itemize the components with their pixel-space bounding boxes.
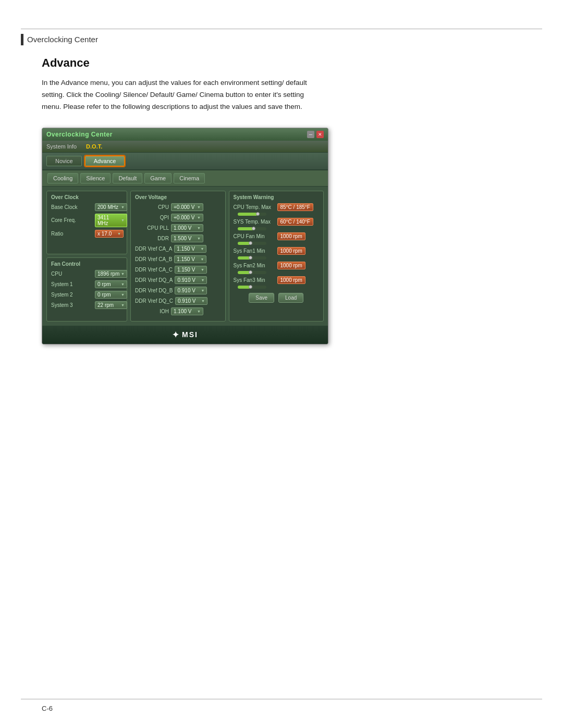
warning-slider-2[interactable] <box>238 242 266 245</box>
accent-bar <box>21 34 23 45</box>
mode-novice[interactable]: Novice <box>46 156 82 166</box>
voltage-label-2: CPU PLL <box>135 225 169 231</box>
warning-slider-1[interactable] <box>238 227 266 230</box>
warning-value-5[interactable]: 1000 rpm <box>277 276 305 284</box>
app-title: Overclocking Center <box>46 131 113 138</box>
env-silence[interactable]: Silence <box>80 173 111 183</box>
save-button[interactable]: Save <box>249 293 274 303</box>
warning-row-2: CPU Fan Min 1000 rpm <box>234 232 320 245</box>
ratio-value[interactable]: x 17.0 <box>95 230 124 238</box>
fan-sys2-row: System 2 0 rpm <box>51 291 123 299</box>
mode-advance[interactable]: Advance <box>85 156 125 166</box>
warning-value-2[interactable]: 1000 rpm <box>277 232 305 240</box>
voltage-label-10: IOH <box>135 309 169 314</box>
voltage-value-2[interactable]: 1.000 V <box>171 224 203 232</box>
env-default[interactable]: Default <box>113 173 142 183</box>
voltage-row-0: CPU +0.000 V <box>135 203 221 211</box>
env-row: Cooling Silence Default Game Cinema <box>42 170 328 187</box>
voltage-value-10[interactable]: 1.100 V <box>171 307 203 315</box>
warning-slider-3[interactable] <box>238 256 266 260</box>
overclock-panel: Over Clock Base Clock 200 MHz Core Freq.… <box>46 191 127 255</box>
warning-value-3[interactable]: 1000 rpm <box>277 247 305 255</box>
close-button[interactable]: ✕ <box>316 131 324 138</box>
voltage-value-8[interactable]: 0.910 V <box>175 287 207 294</box>
voltage-row-1: QPI +0.000 V <box>135 214 221 221</box>
app-window: Overclocking Center ─ ✕ System Info D.O.… <box>42 128 328 344</box>
warning-slider-0[interactable] <box>238 213 266 216</box>
fan-sys1-value[interactable]: 0 rpm <box>95 280 127 288</box>
fan-sys2-label: System 2 <box>51 292 93 298</box>
voltage-row-10: IOH 1.100 V <box>135 307 221 315</box>
warning-value-1[interactable]: 60°C / 140°F <box>277 218 313 226</box>
voltage-label-4: DDR Vref CA_A <box>135 246 172 252</box>
fan-sys2-value[interactable]: 0 rpm <box>95 291 127 299</box>
voltage-label-7: DDR Vref DQ_A <box>135 277 173 283</box>
warning-row-1: SYS Temp. Max 60°C / 140°F <box>234 218 320 230</box>
warning-slider-4[interactable] <box>238 271 266 274</box>
minimize-button[interactable]: ─ <box>307 131 314 138</box>
voltage-value-4[interactable]: 1.150 V <box>174 245 206 253</box>
description: In the Advance menu, you can adjust the … <box>42 77 469 113</box>
core-freq-value[interactable]: 3411 MHz <box>95 214 127 227</box>
system-warning-title: System Warning <box>234 194 320 200</box>
fan-cpu-label: CPU <box>51 271 93 277</box>
msi-logo: ✦ MSI <box>46 330 324 340</box>
over-voltage-panel: Over Voltage CPU +0.000 V QPI +0.000 V C… <box>130 191 226 322</box>
nav-dot[interactable]: D.O.T. <box>86 143 102 150</box>
warning-value-0[interactable]: 85°C / 185°F <box>277 203 313 211</box>
main-content: Advance In the Advance menu, you can adj… <box>42 56 521 344</box>
msi-text: MSI <box>182 330 198 339</box>
voltage-row-2: CPU PLL 1.000 V <box>135 224 221 232</box>
voltage-label-1: QPI <box>135 215 169 220</box>
env-game[interactable]: Game <box>144 173 172 183</box>
voltage-value-0[interactable]: +0.000 V <box>171 203 203 211</box>
voltage-row-6: DDR Vref CA_C 1.150 V <box>135 266 221 274</box>
fan-sys3-value[interactable]: 22 rpm <box>95 301 127 309</box>
warning-row-0: CPU Temp. Max 85°C / 185°F <box>234 203 320 216</box>
page-border-top <box>21 29 542 29</box>
voltage-label-3: DDR <box>135 236 169 241</box>
warning-row-4: Sys Fan2 Min 1000 rpm <box>234 262 320 274</box>
desc-line2: setting. Click the Cooling/ Silence/ Def… <box>42 91 304 98</box>
overclock-title: Over Clock <box>51 194 123 200</box>
warning-label-4: Sys Fan2 Min <box>234 263 275 268</box>
voltage-value-9[interactable]: 0.910 V <box>175 297 207 305</box>
env-cooling[interactable]: Cooling <box>47 173 78 183</box>
warning-row-3: Sys Fan1 Min 1000 rpm <box>234 247 320 260</box>
warning-label-5: Sys Fan3 Min <box>234 277 275 283</box>
voltage-label-8: DDR Vref DQ_B <box>135 288 173 293</box>
voltage-label-5: DDR Vref CA_B <box>135 256 172 262</box>
page-footer: C-6 <box>42 705 53 712</box>
voltage-value-7[interactable]: 0.910 V <box>175 276 207 284</box>
load-button[interactable]: Load <box>278 293 303 303</box>
voltage-rows: CPU +0.000 V QPI +0.000 V CPU PLL 1.000 … <box>135 203 221 315</box>
warning-label-0: CPU Temp. Max <box>234 204 275 210</box>
warning-label-1: SYS Temp. Max <box>234 219 275 225</box>
base-clock-row: Base Clock 200 MHz <box>51 203 123 211</box>
voltage-value-6[interactable]: 1.150 V <box>175 266 207 274</box>
warning-slider-5[interactable] <box>238 286 266 289</box>
fan-sys3-row: System 3 22 rpm <box>51 301 123 309</box>
core-freq-row: Core Freq. 3411 MHz <box>51 214 123 227</box>
warning-label-2: CPU Fan Min <box>234 233 275 239</box>
page-title: Advance <box>42 56 521 70</box>
nav-system-info[interactable]: System Info <box>46 143 77 150</box>
fan-sys1-row: System 1 0 rpm <box>51 280 123 288</box>
base-clock-value[interactable]: 200 MHz <box>95 203 127 211</box>
voltage-row-5: DDR Vref CA_B 1.150 V <box>135 255 221 263</box>
voltage-label-9: DDR Vref DQ_C <box>135 298 173 304</box>
voltage-row-4: DDR Vref CA_A 1.150 V <box>135 245 221 253</box>
overclocking-center-header: Overclocking Center <box>27 35 98 44</box>
msi-cross-icon: ✦ <box>172 330 180 340</box>
fan-cpu-value[interactable]: 1896 rpm <box>95 270 127 278</box>
voltage-value-5[interactable]: 1.150 V <box>174 255 206 263</box>
core-freq-label: Core Freq. <box>51 217 93 223</box>
system-warning-panel: System Warning CPU Temp. Max 85°C / 185°… <box>229 191 324 322</box>
action-buttons: Save Load <box>234 293 320 303</box>
voltage-value-3[interactable]: 1.500 V <box>171 235 203 242</box>
env-cinema[interactable]: Cinema <box>174 173 205 183</box>
base-clock-label: Base Clock <box>51 204 93 210</box>
panels: Over Clock Base Clock 200 MHz Core Freq.… <box>42 187 328 326</box>
voltage-value-1[interactable]: +0.000 V <box>171 214 203 221</box>
warning-value-4[interactable]: 1000 rpm <box>277 262 305 269</box>
